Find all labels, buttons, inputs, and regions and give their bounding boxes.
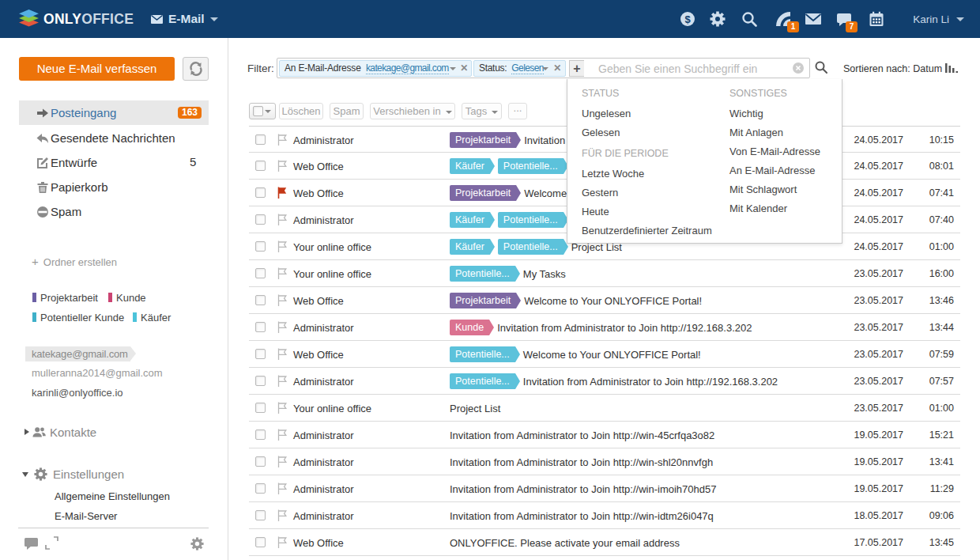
svg-text:$: $ <box>684 13 691 25</box>
